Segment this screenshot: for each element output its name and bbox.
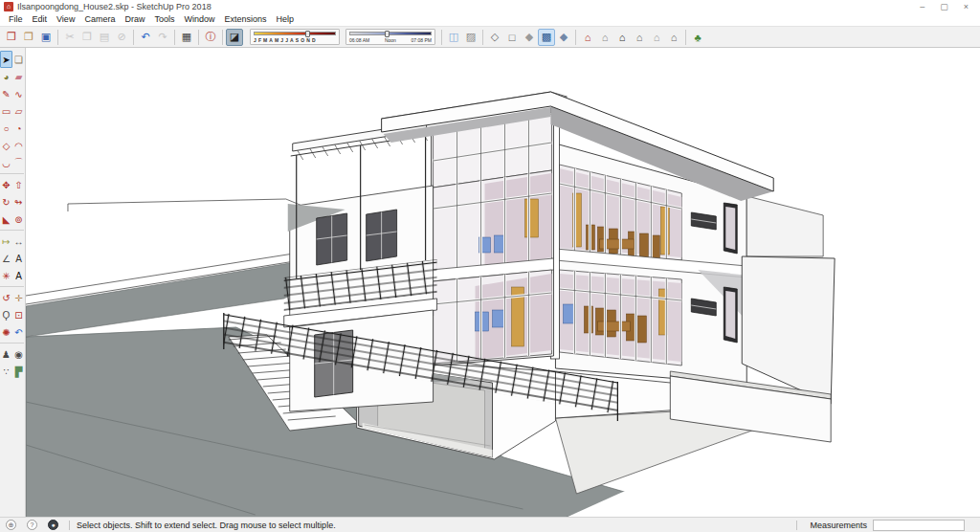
scale-tool[interactable]: ◣	[0, 211, 12, 228]
separator	[0, 230, 24, 231]
arc-tool[interactable]: ⌒	[12, 154, 25, 171]
paint-bucket-tool[interactable]: ◕	[0, 68, 12, 85]
line-tool[interactable]: ✎	[0, 85, 12, 102]
shadow-date-slider[interactable]: JFMAMJJASOND	[250, 29, 340, 45]
view-left-button[interactable]: ⌂	[665, 29, 682, 46]
shaded-textures-button[interactable]: ▩	[538, 29, 555, 46]
move-tool[interactable]: ✥	[0, 176, 12, 193]
three-point-arc-tool[interactable]: ◡	[0, 154, 12, 171]
dimension-tool[interactable]: ↔	[12, 233, 25, 250]
tape-measure-tool[interactable]: ↦	[0, 233, 12, 250]
add-location-button[interactable]: ♣	[689, 29, 706, 46]
menu-help[interactable]: Help	[271, 13, 299, 26]
polygon-tool[interactable]: ◇	[0, 137, 12, 154]
paste-button[interactable]: ▤	[96, 29, 113, 46]
wireframe-button[interactable]: ◇	[486, 29, 503, 46]
maximize-button[interactable]: ▢	[940, 0, 948, 13]
save-button[interactable]: ▣	[37, 29, 55, 46]
date-slider-handle[interactable]	[305, 31, 310, 37]
toolbar-separator	[441, 30, 442, 45]
copy-button[interactable]: ❐	[78, 29, 96, 46]
credits-icon[interactable]: ?	[27, 520, 37, 530]
zoom-tool[interactable]: Ϙ	[0, 306, 12, 323]
separator	[133, 30, 134, 45]
xray-button[interactable]: ◫	[445, 29, 462, 46]
close-button[interactable]: ×	[964, 0, 969, 13]
erase-button[interactable]: ⊘	[113, 29, 130, 46]
axes-tool[interactable]: ✳	[0, 267, 12, 284]
geolocation-icon[interactable]: ⊕	[6, 520, 16, 530]
zoom-window-tool[interactable]: ⊡	[12, 306, 25, 323]
view-right-button[interactable]: ⌂	[631, 29, 648, 46]
make-component-tool[interactable]: ❏	[12, 51, 25, 68]
time-noon-label: Noon	[385, 37, 396, 43]
viewport-3d-canvas[interactable]	[26, 48, 980, 517]
freehand-tool[interactable]: ∿	[12, 85, 25, 102]
separator	[174, 30, 175, 45]
position-camera-tool[interactable]: ♟	[0, 345, 12, 363]
cut-button[interactable]: ✂	[61, 29, 78, 46]
shadows-toggle-button[interactable]: ◪	[226, 29, 243, 46]
menu-file[interactable]: File	[4, 13, 28, 26]
view-iso-button[interactable]: ⌂	[579, 29, 596, 46]
redo-button[interactable]: ↷	[154, 29, 171, 46]
zoom-extents-tool[interactable]: ✺	[0, 323, 12, 341]
menu-extensions[interactable]: Extensions	[219, 13, 271, 26]
new-button[interactable]: ❒	[3, 29, 20, 46]
time-labels: 06:08 AM Noon 07:08 PM	[349, 37, 432, 43]
three-d-text-tool[interactable]: A	[12, 267, 25, 284]
follow-me-tool[interactable]: ↬	[12, 193, 25, 211]
offset-tool[interactable]: ⊚	[12, 211, 25, 228]
rotate-tool[interactable]: ↻	[0, 193, 12, 211]
circle-tool[interactable]: ○	[0, 120, 12, 137]
time-start-label: 06:08 AM	[349, 37, 369, 43]
sketchup-logo-icon: ⌂	[4, 2, 13, 11]
model-info-button[interactable]: ⓘ	[202, 29, 219, 46]
section-plane-tool[interactable]: ▛	[12, 363, 25, 380]
time-slider-handle[interactable]	[385, 31, 390, 37]
menu-view[interactable]: View	[52, 13, 79, 26]
menu-camera[interactable]: Camera	[79, 13, 120, 26]
hidden-line-button[interactable]: □	[503, 29, 521, 46]
previous-view-tool[interactable]: ↶	[12, 323, 25, 341]
user-icon[interactable]: ●	[48, 520, 58, 530]
menu-tools[interactable]: Tools	[149, 13, 179, 26]
monochrome-button[interactable]: ◆	[555, 29, 572, 46]
select-tool[interactable]: ➤	[0, 51, 12, 68]
eraser-tool[interactable]: ▰	[12, 68, 25, 85]
menu-window[interactable]: Window	[179, 13, 219, 26]
rotated-rectangle-tool[interactable]: ▱	[12, 102, 25, 120]
protractor-tool[interactable]: ∠	[0, 250, 12, 267]
open-button[interactable]: ❐	[20, 29, 37, 46]
shaded-button[interactable]: ◆	[521, 29, 538, 46]
back-edges-button[interactable]: ▨	[462, 29, 479, 46]
status-separator	[69, 521, 70, 530]
view-top-button[interactable]: ⌂	[596, 29, 613, 46]
undo-button[interactable]: ↶	[137, 29, 154, 46]
walk-tool[interactable]: ∵	[0, 363, 12, 380]
menu-draw[interactable]: Draw	[120, 13, 149, 26]
push-pull-tool[interactable]: ⇧	[12, 176, 25, 193]
look-around-tool[interactable]: ◉	[12, 345, 25, 363]
separator	[0, 343, 24, 344]
separator	[482, 30, 483, 45]
shadow-time-slider[interactable]: 06:08 AM Noon 07:08 PM	[345, 29, 435, 45]
text-tool[interactable]: A	[12, 250, 25, 267]
pie-tool[interactable]: ◔	[12, 120, 25, 137]
print-button[interactable]: ▦	[178, 29, 195, 46]
orbit-tool[interactable]: ↺	[0, 289, 12, 306]
model-viewport[interactable]	[26, 48, 980, 517]
time-gradient	[349, 32, 432, 35]
measurements-input[interactable]	[873, 520, 965, 531]
menu-edit[interactable]: Edit	[28, 13, 53, 26]
minimize-button[interactable]: –	[920, 0, 924, 13]
month-labels: JFMAMJJASOND	[254, 37, 336, 43]
pan-tool[interactable]: ✛	[12, 289, 25, 306]
time-end-label: 07:08 PM	[412, 37, 432, 43]
view-front-button[interactable]: ⌂	[613, 29, 631, 46]
house-front-face[interactable]	[432, 112, 554, 366]
status-bar: ⊕?● Select objects. Shift to extend sele…	[0, 517, 980, 532]
two-point-arc-tool[interactable]: ◠	[12, 137, 25, 154]
view-back-button[interactable]: ⌂	[648, 29, 665, 46]
rectangle-tool[interactable]: ▭	[0, 102, 12, 120]
